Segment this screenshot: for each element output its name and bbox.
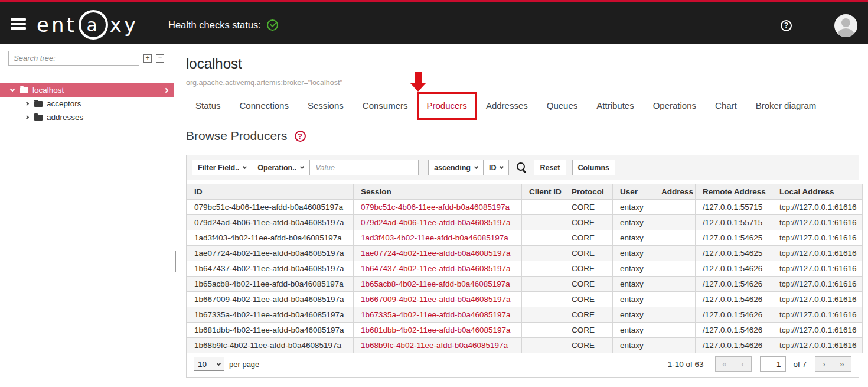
chevron-down-icon (474, 165, 478, 169)
help-question-icon[interactable]: ? (295, 131, 306, 142)
session-link[interactable]: 079d24ad-4b06-11ee-afdd-b0a46085197a (361, 218, 510, 227)
cell-id: 1ae07724-4b02-11ee-afdd-b0a46085197a (187, 246, 354, 261)
tab-queues[interactable]: Queues (537, 95, 588, 116)
session-link[interactable]: 1ae07724-4b02-11ee-afdd-b0a46085197a (361, 249, 510, 258)
tab-chart[interactable]: Chart (706, 95, 746, 116)
tree-search-row: + − (8, 51, 164, 66)
menu-hamburger-icon[interactable] (11, 18, 26, 30)
cell-protocol: CORE (564, 246, 613, 261)
search-tree-input[interactable] (8, 51, 139, 66)
reset-button[interactable]: Reset (534, 160, 566, 175)
cell-id: 1b67335a-4b02-11ee-afdd-b0a46085197a (187, 307, 354, 323)
cell-address (654, 323, 696, 338)
filter-field-dropdown[interactable]: Filter Field.. (192, 160, 252, 175)
user-avatar[interactable] (834, 14, 857, 37)
table-row: 1b667009-4b02-11ee-afdd-b0a46085197a1b66… (187, 292, 863, 307)
chevron-down-icon[interactable] (10, 87, 15, 92)
columns-button[interactable]: Columns (572, 160, 615, 175)
collapse-all-icon[interactable]: − (156, 54, 164, 63)
page-size-select[interactable]: 10 (194, 357, 224, 371)
tree-node-acceptors[interactable]: acceptors (0, 97, 174, 110)
cell-protocol: CORE (564, 307, 613, 323)
cell-protocol: CORE (564, 200, 613, 215)
chevron-right-icon[interactable] (25, 115, 29, 119)
tab-sessions[interactable]: Sessions (298, 95, 353, 116)
table-row: 1b681dbb-4b02-11ee-afdd-b0a46085197a1b68… (187, 323, 863, 338)
annotation-arrow-icon (410, 72, 427, 92)
folder-icon (34, 101, 43, 107)
operation-dropdown[interactable]: Operation.. (252, 160, 309, 175)
cell-protocol: CORE (564, 230, 613, 246)
first-page-button[interactable]: « (715, 356, 733, 372)
table-row: 079bc51c-4b06-11ee-afdd-b0a46085197a079b… (187, 200, 863, 215)
column-header-session: Session (354, 184, 522, 200)
cell-client-id (522, 246, 564, 261)
cell-user: entaxy (613, 261, 654, 277)
prev-page-button[interactable]: ‹ (733, 356, 752, 372)
cell-id: 1b667009-4b02-11ee-afdd-b0a46085197a (187, 292, 354, 307)
cell-session: 079d24ad-4b06-11ee-afdd-b0a46085197a (354, 215, 522, 230)
next-page-button[interactable]: › (815, 356, 833, 372)
cell-session: 1b681dbb-4b02-11ee-afdd-b0a46085197a (354, 323, 522, 338)
sort-order-dropdown[interactable]: ascending (428, 160, 484, 175)
cell-local-address: tcp:///127.0.0.1:61616 (772, 292, 863, 307)
chevron-right-icon[interactable] (164, 87, 168, 92)
cell-remote-address: /127.0.0.1:54626 (696, 292, 772, 307)
session-link[interactable]: 1b681dbb-4b02-11ee-afdd-b0a46085197a (361, 326, 510, 334)
tree-children: acceptorsaddresses (0, 97, 174, 124)
folder-icon (34, 115, 43, 121)
cell-user: entaxy (613, 292, 654, 307)
cell-session: 1b65acb8-4b02-11ee-afdd-b0a46085197a (354, 277, 522, 292)
sort-field-dropdown[interactable]: ID (484, 160, 510, 175)
tab-producers[interactable]: Producers (417, 95, 477, 116)
chevron-down-icon (243, 165, 247, 169)
table-row: 079d24ad-4b06-11ee-afdd-b0a46085197a079d… (187, 215, 863, 230)
session-link[interactable]: 1b667009-4b02-11ee-afdd-b0a46085197a (361, 295, 510, 304)
column-header-protocol: Protocol (564, 184, 613, 200)
cell-user: entaxy (613, 200, 654, 215)
filter-value-input[interactable] (309, 160, 419, 175)
tab-operations[interactable]: Operations (644, 95, 706, 116)
expand-all-icon[interactable]: + (143, 54, 152, 63)
cell-local-address: tcp:///127.0.0.1:61616 (772, 323, 863, 338)
session-link[interactable]: 1b647437-4b02-11ee-afdd-b0a46085197a (361, 264, 510, 273)
session-link[interactable]: 1b67335a-4b02-11ee-afdd-b0a46085197a (361, 310, 510, 319)
sidebar-splitter-handle[interactable] (171, 251, 176, 272)
session-link[interactable]: 079bc51c-4b06-11ee-afdd-b0a46085197a (361, 203, 510, 212)
broker-tree: localhost acceptorsaddresses (0, 83, 174, 124)
table-header-row: IDSessionClient IDProtocolUserAddressRem… (187, 184, 863, 200)
health-ok-check-icon[interactable] (267, 19, 278, 31)
tab-consumers[interactable]: Consumers (353, 95, 417, 116)
cell-address (654, 215, 696, 230)
session-link[interactable]: 1ad3f403-4b02-11ee-afdd-b0a46085197a (361, 233, 508, 242)
cell-address (654, 307, 696, 323)
cell-remote-address: /127.0.0.1:54626 (696, 307, 772, 323)
chevron-right-icon[interactable] (25, 102, 29, 106)
cell-remote-address: /127.0.0.1:54626 (696, 277, 772, 292)
current-page-input[interactable] (760, 356, 786, 372)
tab-status[interactable]: Status (186, 95, 230, 116)
tree-node-localhost[interactable]: localhost (0, 83, 174, 97)
cell-address (654, 277, 696, 292)
search-icon[interactable] (516, 162, 528, 174)
sidebar: + − localhost acceptorsaddresses (0, 44, 174, 387)
session-link[interactable]: 1b68b9fc-4b02-11ee-afdd-b0a46085197a (361, 341, 508, 350)
logo-circle-a: a (79, 10, 108, 40)
help-icon[interactable]: ? (781, 20, 792, 31)
table-row: 1b647437-4b02-11ee-afdd-b0a46085197a1b64… (187, 261, 863, 277)
tab-connections[interactable]: Connections (230, 95, 298, 116)
tree-node-addresses[interactable]: addresses (0, 110, 174, 124)
tab-attributes[interactable]: Attributes (587, 95, 643, 116)
session-link[interactable]: 1b65acb8-4b02-11ee-afdd-b0a46085197a (361, 279, 510, 288)
cell-client-id (522, 261, 564, 277)
tree-node-label: addresses (47, 113, 83, 122)
reset-label: Reset (540, 164, 560, 172)
cell-session: 1b667009-4b02-11ee-afdd-b0a46085197a (354, 292, 522, 307)
results-range-label: 1-10 of 63 (668, 360, 704, 369)
cell-address (654, 246, 696, 261)
tab-broker-diagram[interactable]: Broker diagram (746, 95, 826, 116)
tree-node-label: acceptors (47, 99, 81, 108)
last-page-button[interactable]: » (833, 356, 851, 372)
tab-addresses[interactable]: Addresses (477, 95, 537, 116)
cell-id: 1b647437-4b02-11ee-afdd-b0a46085197a (187, 261, 354, 277)
